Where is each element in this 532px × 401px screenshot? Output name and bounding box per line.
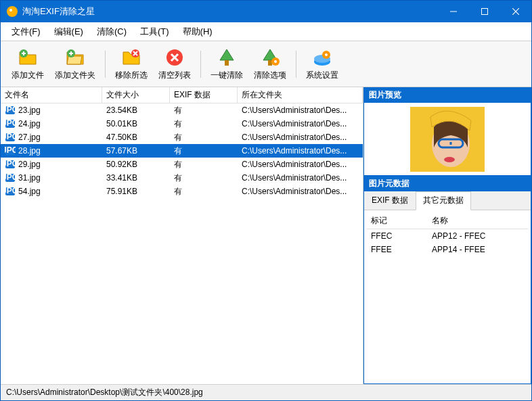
menu-help[interactable]: 帮助(H) <box>176 23 219 41</box>
col-exif[interactable]: EXIF 数据 <box>170 87 238 103</box>
metadata-header: 图片元数据 <box>363 176 531 191</box>
toolbar-separator <box>200 51 201 78</box>
cell-folder: C:\Users\Administrator\Des... <box>238 185 363 197</box>
meta-cell-tag: FFEE <box>367 243 428 256</box>
col-folder[interactable]: 所在文件夹 <box>238 87 363 103</box>
cell-filesize: 75.91KB <box>102 185 170 197</box>
cell-folder: C:\Users\Administrator\Des... <box>238 172 363 184</box>
cell-folder: C:\Users\Administrator\Des... <box>238 118 363 130</box>
remove-selected-label: 移除所选 <box>115 70 148 81</box>
svg-text:JPG: JPG <box>5 133 16 141</box>
remove-selected-button[interactable]: 移除所选 <box>110 45 153 82</box>
jpg-file-icon: JPG <box>5 160 16 169</box>
cell-filename: JPG28.jpg <box>1 145 102 157</box>
cell-filesize: 33.41KB <box>102 172 170 184</box>
cell-filename: JPG29.jpg <box>1 158 102 170</box>
menu-clear[interactable]: 清除(C) <box>90 23 133 41</box>
svg-point-13 <box>274 60 277 63</box>
metadata-panel: EXIF 数据 其它元数据 标记 名称 FFECAPP12 - FFECFFEE… <box>363 191 531 384</box>
toolbar-separator <box>296 51 296 78</box>
add-file-label: 添加文件 <box>12 70 44 81</box>
col-filesize[interactable]: 文件大小 <box>102 87 170 103</box>
toolbar: 添加文件 添加文件夹 移除所选 清空列表 一键清除 清除选项 系统设置 <box>1 41 531 87</box>
cell-filename: JPG54.jpg <box>1 185 102 197</box>
cell-folder: C:\Users\Administrator\Des... <box>238 145 363 157</box>
cell-filesize: 57.67KB <box>102 145 170 157</box>
minimize-button[interactable] <box>438 1 469 22</box>
metadata-row[interactable]: FFEEAPP14 - FFEE <box>367 243 528 256</box>
one-click-clear-button[interactable]: 一键清除 <box>205 45 248 82</box>
clear-options-button[interactable]: 清除选项 <box>248 45 292 82</box>
system-settings-button[interactable]: 系统设置 <box>301 45 344 82</box>
statusbar: C:\Users\Administrator\Desktop\测试文件夹\400… <box>1 384 531 400</box>
table-row[interactable]: JPG54.jpg75.91KB有C:\Users\Administrator\… <box>1 185 363 198</box>
meta-col-tag[interactable]: 标记 <box>367 213 428 229</box>
jpg-file-icon: JPG <box>5 119 16 128</box>
table-row[interactable]: JPG23.jpg23.54KB有C:\Users\Administrator\… <box>1 103 363 117</box>
preview-header: 图片预览 <box>363 87 531 103</box>
add-folder-button[interactable]: 添加文件夹 <box>49 45 101 82</box>
cell-filename: JPG31.jpg <box>1 172 102 184</box>
clear-list-label: 清空列表 <box>158 70 191 81</box>
remove-selected-icon <box>120 47 142 68</box>
cell-filesize: 50.92KB <box>102 158 170 170</box>
cell-exif: 有 <box>170 158 238 172</box>
cell-filesize: 50.01KB <box>102 118 170 130</box>
svg-rect-3 <box>482 9 488 15</box>
menu-tools[interactable]: 工具(T) <box>133 23 176 41</box>
metadata-row[interactable]: FFECAPP12 - FFEC <box>367 229 528 243</box>
menubar: 文件(F) 编辑(E) 清除(C) 工具(T) 帮助(H) <box>1 22 531 41</box>
menu-edit[interactable]: 编辑(E) <box>47 23 90 41</box>
cell-filename: JPG24.jpg <box>1 118 102 130</box>
add-folder-label: 添加文件夹 <box>55 70 95 81</box>
preview-image <box>410 107 485 172</box>
svg-text:JPG: JPG <box>5 119 16 128</box>
close-button[interactable] <box>500 1 531 22</box>
cell-folder: C:\Users\Administrator\Des... <box>238 104 363 116</box>
cell-exif: 有 <box>170 144 238 158</box>
svg-point-36 <box>444 157 455 162</box>
tab-exif-data[interactable]: EXIF 数据 <box>364 191 416 210</box>
meta-col-name[interactable]: 名称 <box>428 213 528 229</box>
one-click-clear-icon <box>216 47 238 68</box>
table-row[interactable]: JPG27.jpg47.50KB有C:\Users\Administrator\… <box>1 131 363 144</box>
table-row[interactable]: JPG31.jpg33.41KB有C:\Users\Administrator\… <box>1 171 363 185</box>
clear-options-label: 清除选项 <box>254 70 286 81</box>
cell-exif: 有 <box>170 131 238 145</box>
col-filename[interactable]: 文件名 <box>1 87 102 103</box>
jpg-file-icon: JPG <box>5 187 16 196</box>
cell-filename: JPG23.jpg <box>1 104 102 116</box>
system-settings-icon <box>311 47 333 68</box>
table-row[interactable]: JPG28.jpg57.67KB有C:\Users\Administrator\… <box>1 144 363 158</box>
menu-file[interactable]: 文件(F) <box>5 23 47 41</box>
clear-list-icon <box>164 47 185 68</box>
add-file-button[interactable]: 添加文件 <box>6 45 49 82</box>
add-folder-icon <box>64 47 86 68</box>
table-row[interactable]: JPG29.jpg50.92KB有C:\Users\Administrator\… <box>1 158 363 171</box>
add-file-icon <box>17 47 39 68</box>
list-header: 文件名 文件大小 EXIF 数据 所在文件夹 <box>1 87 363 103</box>
meta-cell-name: APP12 - FFEC <box>428 229 528 243</box>
metadata-body: 标记 名称 FFECAPP12 - FFECFFEEAPP14 - FFEE <box>364 210 531 383</box>
cell-exif: 有 <box>170 171 238 185</box>
cell-exif: 有 <box>170 117 238 131</box>
clear-list-button[interactable]: 清空列表 <box>153 45 196 82</box>
status-text: C:\Users\Administrator\Desktop\测试文件夹\400… <box>6 387 203 398</box>
list-body[interactable]: JPG23.jpg23.54KB有C:\Users\Administrator\… <box>1 103 363 384</box>
file-list-pane: 文件名 文件大小 EXIF 数据 所在文件夹 JPG23.jpg23.54KB有… <box>1 87 363 384</box>
cell-filesize: 23.54KB <box>102 104 170 116</box>
titlebar: 淘淘EXIF清除之星 <box>1 1 531 22</box>
metadata-tabs: EXIF 数据 其它元数据 <box>364 191 531 210</box>
clear-options-icon <box>259 47 281 68</box>
table-row[interactable]: JPG24.jpg50.01KB有C:\Users\Administrator\… <box>1 117 363 131</box>
app-icon <box>6 5 18 18</box>
toolbar-separator <box>105 51 106 78</box>
cell-filename: JPG27.jpg <box>1 131 102 143</box>
svg-text:JPG: JPG <box>5 105 16 114</box>
system-settings-label: 系统设置 <box>306 70 338 81</box>
main-area: 文件名 文件大小 EXIF 数据 所在文件夹 JPG23.jpg23.54KB有… <box>1 87 531 384</box>
maximize-button[interactable] <box>469 1 500 22</box>
svg-text:JPG: JPG <box>5 146 16 155</box>
meta-cell-name: APP14 - FFEE <box>428 243 528 256</box>
tab-other-metadata[interactable]: 其它元数据 <box>416 191 471 210</box>
